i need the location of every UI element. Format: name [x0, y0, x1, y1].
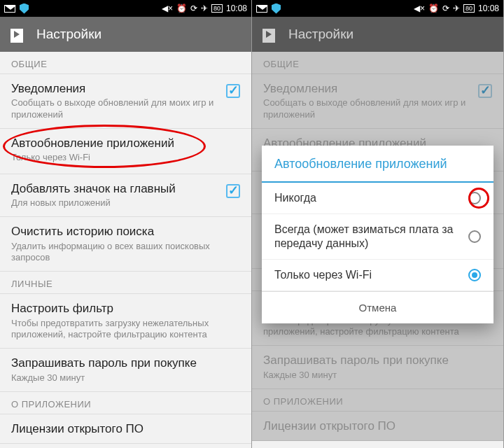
option-label: Никогда [274, 191, 460, 205]
row-licenses[interactable]: Лицензии открытого ПО [0, 414, 251, 444]
mail-icon [256, 5, 267, 13]
option-always[interactable]: Всегда (может взиматься плата за передач… [262, 214, 493, 260]
radio-always[interactable] [468, 230, 481, 243]
row-sub: Для новых приложений [11, 197, 219, 209]
section-personal: ЛИЧНЫЕ [0, 272, 251, 294]
autoupdate-dialog: Автообновление приложений Никогда Всегда… [262, 146, 493, 323]
action-bar: Настройки [252, 17, 503, 52]
row-sub: Только через Wi-Fi [11, 152, 240, 164]
row-clearhistory[interactable]: Очистить историю поиска Удалить информац… [0, 217, 251, 272]
battery-icon: 80 [463, 4, 475, 13]
row-title: Запрашивать пароль при покупке [11, 356, 240, 370]
radio-wifi[interactable] [468, 269, 481, 281]
row-title: Добавлять значок на главный [11, 181, 219, 196]
row-password: Запрашивать пароль при покупке Каждые 30… [252, 346, 503, 388]
row-sub: Чтобы предотвратить загрузку нежелательн… [11, 318, 240, 342]
row-notifications: Уведомления Сообщать о выходе обновлений… [252, 74, 503, 129]
checkbox-addicon[interactable] [226, 184, 240, 198]
shield-icon [272, 4, 281, 14]
play-store-icon[interactable] [260, 26, 277, 43]
status-time: 10:08 [226, 4, 247, 13]
section-general: ОБЩИЕ [0, 52, 251, 74]
phone-right: ◀× ⏰ ⟳ ✈ 80 10:08 Настройки ОБЩИЕ Уведом… [252, 0, 504, 448]
row-password[interactable]: Запрашивать пароль при покупке Каждые 30… [0, 349, 251, 391]
section-about: О ПРИЛОЖЕНИИ [252, 389, 503, 412]
option-label: Только через Wi-Fi [274, 268, 460, 282]
sync-icon: ⟳ [442, 4, 449, 13]
sync-icon: ⟳ [190, 4, 197, 13]
settings-list: ОБЩИЕ Уведомления Сообщать о выходе обно… [0, 52, 251, 444]
row-notifications[interactable]: Уведомления Сообщать о выходе обновлений… [0, 74, 251, 129]
row-sub: Каждые 30 минут [11, 372, 240, 384]
row-title: Автообновление приложений [11, 136, 240, 150]
section-about: О ПРИЛОЖЕНИИ [0, 392, 251, 414]
airplane-icon: ✈ [201, 4, 208, 13]
shield-icon [20, 4, 29, 14]
airplane-icon: ✈ [453, 4, 460, 13]
mute-icon: ◀× [162, 4, 173, 13]
radio-never[interactable] [468, 192, 481, 204]
section-general: ОБЩИЕ [252, 52, 503, 74]
option-label: Всегда (может взиматься плата за передач… [274, 223, 460, 251]
checkbox-notifications [478, 84, 492, 98]
row-filter[interactable]: Настроить фильтр Чтобы предотвратить заг… [0, 294, 251, 349]
row-autoupdate[interactable]: Автообновление приложений Только через W… [0, 129, 251, 174]
row-addicon[interactable]: Добавлять значок на главный Для новых пр… [0, 174, 251, 217]
row-title: Очистить историю поиска [11, 224, 240, 239]
page-title: Настройки [288, 27, 354, 42]
option-never[interactable]: Никогда [262, 183, 493, 214]
row-title: Настроить фильтр [11, 301, 240, 316]
option-wifi[interactable]: Только через Wi-Fi [262, 260, 493, 291]
checkbox-notifications[interactable] [226, 84, 240, 98]
action-bar: Настройки [0, 17, 251, 52]
dialog-cancel[interactable]: Отмена [262, 291, 493, 323]
battery-icon: 80 [211, 4, 223, 13]
row-sub: Сообщать о выходе обновлений для моих иг… [11, 97, 219, 121]
row-sub: Удалить информацию о всех ваших поисковы… [11, 241, 240, 265]
row-title: Уведомления [11, 81, 219, 96]
row-licenses: Лицензии открытого ПО [252, 412, 503, 441]
play-store-icon[interactable] [8, 26, 25, 43]
dialog-title: Автообновление приложений [262, 146, 493, 183]
status-bar: ◀× ⏰ ⟳ ✈ 80 10:08 [0, 0, 251, 17]
mute-icon: ◀× [414, 4, 425, 13]
mail-icon [4, 5, 15, 13]
status-bar: ◀× ⏰ ⟳ ✈ 80 10:08 [252, 0, 503, 17]
alarm-icon: ⏰ [428, 4, 439, 13]
alarm-icon: ⏰ [176, 4, 187, 13]
row-title: Лицензии открытого ПО [11, 421, 240, 436]
status-time: 10:08 [478, 4, 499, 13]
phone-left: ◀× ⏰ ⟳ ✈ 80 10:08 Настройки ОБЩИЕ Уведом… [0, 0, 252, 448]
page-title: Настройки [36, 27, 102, 42]
